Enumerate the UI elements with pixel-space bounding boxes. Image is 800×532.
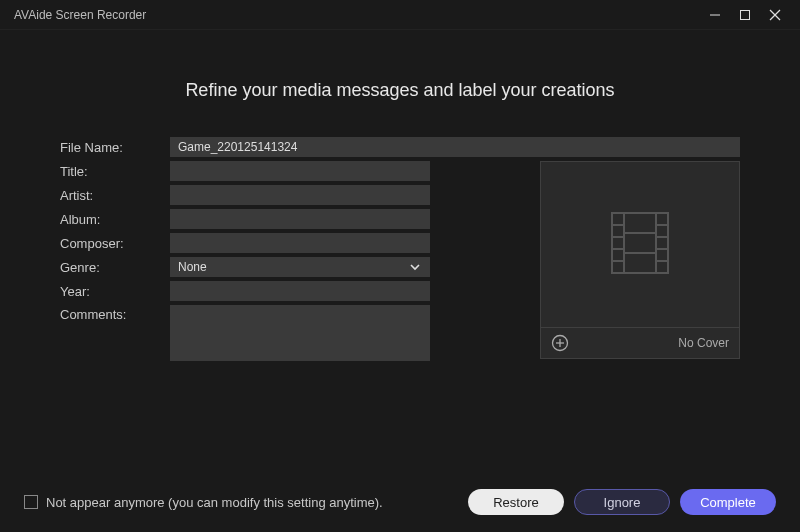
title-row: Title: [60,161,522,181]
complete-button[interactable]: Complete [680,489,776,515]
genre-select[interactable]: None [170,257,430,277]
app-title: AVAide Screen Recorder [14,8,700,22]
artist-row: Artist: [60,185,522,205]
titlebar: AVAide Screen Recorder [0,0,800,30]
close-button[interactable] [760,0,790,30]
artist-label: Artist: [60,186,170,205]
svg-rect-1 [741,10,750,19]
content-area: Refine your media messages and label you… [0,30,800,365]
title-input[interactable] [170,161,430,181]
chevron-down-icon [408,260,422,274]
album-label: Album: [60,210,170,229]
bottom-bar: Not appear anymore (you can modify this … [0,472,800,532]
cover-footer: No Cover [541,328,739,358]
cover-display [541,162,739,328]
comments-input[interactable] [170,305,430,361]
filename-input[interactable] [170,137,740,157]
not-appear-checkbox[interactable] [24,495,38,509]
year-label: Year: [60,282,170,301]
form-fields: Title: Artist: Album: Composer: Genre: N… [60,161,522,365]
album-input[interactable] [170,209,430,229]
composer-row: Composer: [60,233,522,253]
add-cover-button[interactable] [551,334,569,352]
filename-row: File Name: [60,137,740,157]
svg-rect-4 [612,213,668,273]
genre-row: Genre: None [60,257,522,277]
not-appear-checkbox-wrap[interactable]: Not appear anymore (you can modify this … [24,495,458,510]
genre-label: Genre: [60,258,170,277]
ignore-button[interactable]: Ignore [574,489,670,515]
film-icon [600,203,680,286]
no-cover-text: No Cover [678,336,729,350]
year-input[interactable] [170,281,430,301]
year-row: Year: [60,281,522,301]
cover-panel: No Cover [540,161,740,359]
page-heading: Refine your media messages and label you… [60,80,740,101]
not-appear-label: Not appear anymore (you can modify this … [46,495,383,510]
minimize-button[interactable] [700,0,730,30]
restore-button[interactable]: Restore [468,489,564,515]
comments-label: Comments: [60,305,170,324]
composer-label: Composer: [60,234,170,253]
composer-input[interactable] [170,233,430,253]
comments-row: Comments: [60,305,522,361]
artist-input[interactable] [170,185,430,205]
filename-label: File Name: [60,138,170,157]
form-area: Title: Artist: Album: Composer: Genre: N… [60,161,740,365]
maximize-button[interactable] [730,0,760,30]
genre-value: None [178,260,207,274]
title-label: Title: [60,162,170,181]
album-row: Album: [60,209,522,229]
